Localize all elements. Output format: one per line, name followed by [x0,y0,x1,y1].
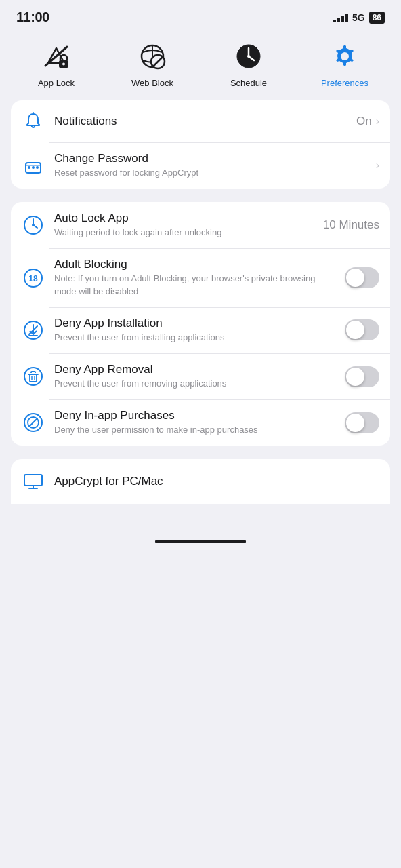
deny-installation-right [345,319,379,340]
change-password-chevron: › [376,159,379,172]
notifications-chevron: › [376,115,379,127]
svg-point-29 [24,368,42,385]
svg-point-15 [28,166,30,169]
web-block-icon [135,39,170,74]
deny-removal-content: Deny App Removal Prevent the user from r… [54,363,335,390]
deny-installation-icon [22,319,45,342]
status-icons: 5G 86 [333,12,385,24]
svg-line-36 [29,418,37,427]
auto-lock-title: Auto Lock App [54,212,314,225]
home-indicator [155,540,246,543]
notifications-content: Notifications [54,115,347,128]
svg-point-16 [32,166,35,169]
section-lock-settings: Auto Lock App Waiting period to lock aga… [11,202,390,446]
deny-inapp-icon [22,411,45,434]
deny-removal-icon [22,365,45,388]
change-password-title: Change Password [54,152,366,165]
tab-schedule-label: Schedule [230,78,267,88]
adult-blocking-subtitle: Note: If you turn on Adult Blocking, you… [54,273,335,297]
adult-blocking-right [345,267,379,288]
auto-lock-icon [22,214,45,237]
deny-removal-right [345,366,379,387]
deny-inapp-right [345,412,379,433]
svg-point-17 [36,166,39,169]
preferences-icon [327,39,362,74]
deny-inapp-row[interactable]: Deny In-app Purchases Deny the user perm… [11,399,390,446]
schedule-icon [231,39,266,74]
tab-web-block-label: Web Block [131,78,173,88]
svg-point-12 [341,52,349,60]
adult-blocking-toggle[interactable] [345,267,379,288]
notifications-icon [22,110,45,133]
battery-indicator: 86 [369,12,385,24]
adult-blocking-icon: 18 [22,267,45,290]
network-label: 5G [352,12,365,23]
signal-icon [333,13,348,22]
appcrypt-pc-title: AppCrypt for PC/Mac [54,475,163,488]
change-password-content: Change Password Reset password for locki… [54,152,366,179]
deny-removal-toggle[interactable] [345,366,379,387]
deny-installation-subtitle: Prevent the user from installing applica… [54,332,335,344]
appcrypt-pc-row[interactable]: AppCrypt for PC/Mac [11,459,390,504]
deny-removal-title: Deny App Removal [54,363,335,376]
nav-tabs: App Lock Web Block [0,29,401,100]
auto-lock-subtitle: Waiting period to lock again after unloc… [54,226,314,239]
change-password-row[interactable]: Change Password Reset password for locki… [11,142,390,189]
auto-lock-right: 10 Minutes [323,218,379,232]
tab-preferences-label: Preferences [321,78,368,88]
auto-lock-content: Auto Lock App Waiting period to lock aga… [54,212,314,239]
deny-inapp-content: Deny In-app Purchases Deny the user perm… [54,409,335,436]
change-password-icon [22,154,45,177]
deny-removal-row[interactable]: Deny App Removal Prevent the user from r… [11,353,390,399]
deny-inapp-toggle[interactable] [345,412,379,433]
notifications-title: Notifications [54,115,347,128]
svg-point-22 [32,224,35,226]
section-appcrypt-pc: AppCrypt for PC/Mac [11,459,390,504]
deny-installation-toggle[interactable] [345,319,379,340]
deny-installation-title: Deny App Installation [54,317,335,330]
deny-inapp-title: Deny In-app Purchases [54,409,335,422]
notifications-row[interactable]: Notifications On › [11,100,390,142]
notifications-right: On › [356,115,379,128]
tab-app-lock-label: App Lock [38,78,75,88]
svg-rect-30 [30,374,37,382]
svg-text:18: 18 [28,274,38,283]
svg-point-2 [62,63,65,66]
notifications-value: On [356,115,372,128]
change-password-right: › [376,159,379,172]
svg-point-11 [247,55,250,58]
deny-installation-row[interactable]: Deny App Installation Prevent the user f… [11,307,390,353]
section-basic-settings: Notifications On › Change Password Reset… [11,100,390,189]
tab-schedule[interactable]: Schedule [200,39,297,88]
auto-lock-row[interactable]: Auto Lock App Waiting period to lock aga… [11,202,390,248]
adult-blocking-row[interactable]: 18 Adult Blocking Note: If you turn on A… [11,248,390,307]
adult-blocking-content: Adult Blocking Note: If you turn on Adul… [54,258,335,297]
svg-rect-37 [24,475,42,486]
appcrypt-pc-icon [22,470,45,493]
tab-app-lock[interactable]: App Lock [8,39,104,88]
tab-preferences[interactable]: Preferences [297,39,393,88]
deny-inapp-subtitle: Deny the user permission to make in-app … [54,424,335,436]
deny-removal-subtitle: Prevent the user from removing applicati… [54,378,335,390]
tab-web-block[interactable]: Web Block [104,39,200,88]
auto-lock-value: 10 Minutes [323,218,379,232]
deny-installation-content: Deny App Installation Prevent the user f… [54,317,335,344]
adult-blocking-title: Adult Blocking [54,258,335,271]
change-password-subtitle: Reset password for locking AppCrypt [54,167,366,179]
status-time: 11:00 [16,9,49,25]
app-lock-icon [39,39,74,74]
status-bar: 11:00 5G 86 [0,0,401,29]
